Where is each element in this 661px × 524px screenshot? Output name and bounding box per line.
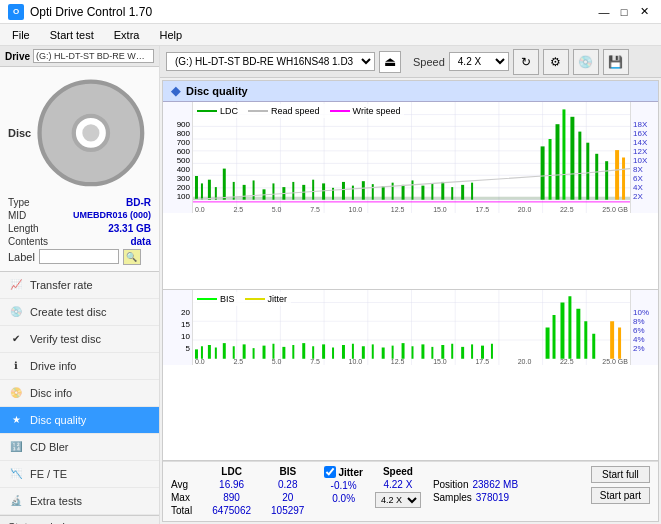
disc-mid-row: MID UMEBDR016 (000) [8,210,151,221]
avg-jitter: -0.1% [331,480,357,491]
svg-rect-44 [412,180,414,199]
sidebar-item-drive-info[interactable]: ℹ Drive info [0,353,159,380]
svg-rect-60 [615,150,619,200]
start-part-button[interactable]: Start part [591,487,650,504]
total-ldc: 6475062 [212,505,251,516]
drive-label: Drive [5,51,30,62]
menu-extra[interactable]: Extra [106,27,148,43]
disc-type-value: BD-R [126,197,151,208]
y-right-4x: 4X [631,183,658,192]
label-search-button[interactable]: 🔍 [123,249,141,265]
disc-contents-label: Contents [8,236,48,247]
disc-type-row: Type BD-R [8,197,151,208]
minimize-button[interactable]: — [595,3,613,21]
y-label-900: 900 [163,120,192,129]
status-window-button[interactable]: Status window >> [0,515,159,524]
speed-stat-header: Speed [383,466,413,477]
drive-select[interactable]: (G:) HL-DT-ST BD-RE WH16NS48 1.D3 [166,52,375,71]
chart-title: Disc quality [186,85,248,97]
y-right-8pct: 8% [631,317,658,326]
svg-rect-40 [372,184,374,200]
x-label-150: 15.0 [433,206,447,213]
bx-label-75: 7.5 [310,358,320,365]
bx-label-175: 17.5 [475,358,489,365]
nav-items: 📈 Transfer rate 💿 Create test disc ✔ Ver… [0,272,159,515]
top-y-axis-right: 18X 16X 14X 12X 10X 8X 6X 4X 2X [630,102,658,213]
y-right-2pct: 2% [631,344,658,353]
position-value: 23862 MB [472,479,518,490]
sidebar-item-transfer-rate[interactable]: 📈 Transfer rate [0,272,159,299]
svg-rect-32 [292,182,294,200]
x-label-225: 22.5 [560,206,574,213]
y-right-6x: 6X [631,174,658,183]
y-label-700: 700 [163,138,192,147]
save-button[interactable]: 💾 [603,49,629,75]
y-label-800: 800 [163,129,192,138]
y-right-8x: 8X [631,165,658,174]
total-bis: 105297 [271,505,304,516]
svg-rect-27 [243,185,246,200]
sidebar-item-disc-quality[interactable]: ★ Disc quality [0,407,159,434]
stats-left: _ Avg Max Total LDC 16.96 890 6475062 [171,466,363,517]
sidebar-item-fe-te[interactable]: 📉 FE / TE [0,461,159,488]
samples-label: Samples [433,492,472,503]
svg-rect-49 [461,185,464,200]
sidebar-item-create-test-disc[interactable]: 💿 Create test disc [0,299,159,326]
sidebar-item-extra-tests[interactable]: 🔬 Extra tests [0,488,159,515]
chart-header: ◆ Disc quality [163,81,658,102]
close-button[interactable]: ✕ [635,3,653,21]
y-right-10pct: 10% [631,308,658,317]
y-right-16x: 16X [631,129,658,138]
sidebar-item-verify-test-disc[interactable]: ✔ Verify test disc [0,326,159,353]
eject-button[interactable]: ⏏ [379,51,401,73]
svg-rect-42 [392,183,394,200]
chart-header-icon: ◆ [171,84,180,98]
speed-label: Speed [413,56,445,68]
bis-header: BIS [279,466,296,477]
settings-button[interactable]: ⚙ [543,49,569,75]
svg-rect-34 [312,180,314,200]
start-full-button[interactable]: Start full [591,466,650,483]
jitter-checkbox[interactable] [324,466,336,478]
samples-row: Samples 378019 [433,492,518,503]
svg-rect-52 [549,139,552,200]
titlebar: O Opti Drive Control 1.70 — □ ✕ [0,0,661,24]
disc-button[interactable]: 💿 [573,49,599,75]
bx-label-100: 10.0 [349,358,363,365]
legend-ldc: LDC [197,106,238,116]
menu-start-test[interactable]: Start test [42,27,102,43]
svg-rect-93 [372,344,374,358]
refresh-button[interactable]: ↻ [513,49,539,75]
svg-rect-46 [431,183,433,199]
svg-rect-80 [243,344,246,358]
maximize-button[interactable]: □ [615,3,633,21]
sidebar-item-cd-bler[interactable]: 🔢 CD Bler [0,434,159,461]
sidebar-label-transfer-rate: Transfer rate [30,279,93,291]
svg-rect-84 [282,347,285,359]
legend-bis-label: BIS [220,294,235,304]
sidebar-drive-bar: Drive (G:) HL-DT-ST BD-RE WH16NS48 1.D3 [0,46,159,67]
svg-rect-43 [402,185,405,200]
stats-jitter-col: Jitter -0.1% 0.0% - [324,466,362,517]
svg-rect-23 [208,180,211,200]
disc-label-input[interactable] [39,249,119,264]
verify-test-disc-icon: ✔ [8,331,24,347]
menu-file[interactable]: File [4,27,38,43]
y-label-20: 20 [163,308,192,317]
sidebar-item-disc-info[interactable]: 📀 Disc info [0,380,159,407]
transfer-rate-icon: 📈 [8,277,24,293]
speed-stat-select[interactable]: 4.2 X [375,492,421,508]
menubar: File Start test Extra Help [0,24,661,46]
jitter-header-row: Jitter [324,466,362,478]
titlebar-controls: — □ ✕ [595,3,653,21]
speed-select-main[interactable]: 4.2 X [449,52,509,71]
bottom-chart-legend: BIS Jitter [193,292,291,306]
create-test-disc-icon: 💿 [8,304,24,320]
svg-rect-48 [451,187,453,200]
app-title: Opti Drive Control 1.70 [30,5,152,19]
menu-help[interactable]: Help [151,27,190,43]
y-label-15: 15 [163,320,192,329]
bx-label-250: 25.0 GB [602,358,628,365]
svg-rect-59 [605,161,608,199]
svg-rect-37 [342,182,345,200]
